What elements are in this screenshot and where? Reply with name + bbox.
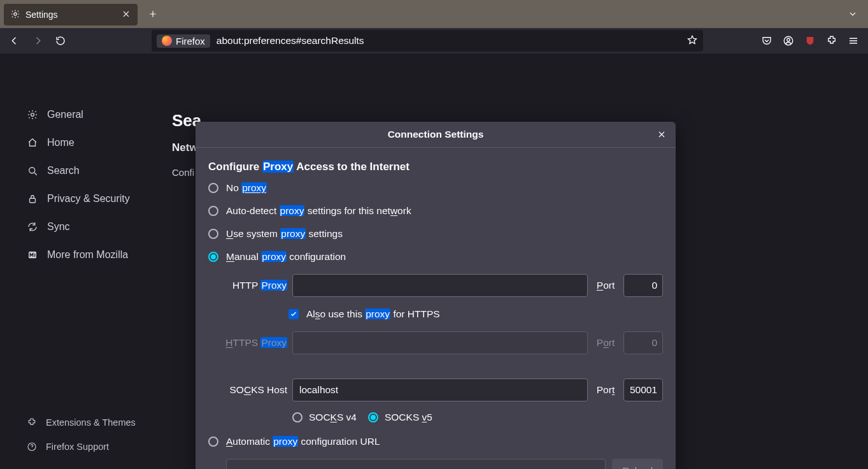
proxy-option-label: Auto-detect proxy settings for this netw…: [226, 205, 411, 217]
also-use-https-label: Also use this proxy for HTTPS: [306, 308, 440, 320]
proxy-option-label: Automatic proxy configuration URL: [226, 436, 380, 447]
radio-selected-icon: [368, 412, 378, 422]
sidebar-item-privacy[interactable]: Privacy & Security: [24, 185, 164, 213]
identity-chip[interactable]: Firefox: [157, 34, 210, 48]
tab-settings[interactable]: Settings: [4, 4, 138, 25]
svg-point-3: [31, 113, 34, 117]
forward-button[interactable]: [27, 31, 48, 51]
dialog-title: Connection Settings: [388, 129, 484, 140]
also-use-https-row[interactable]: Also use this proxy for HTTPS: [288, 308, 663, 320]
proxy-option-label: Use system proxy settings: [226, 228, 343, 240]
sidebar-item-label: Extensions & Themes: [46, 417, 136, 428]
sidebar-item-label: Home: [47, 137, 75, 148]
proxy-option-label: Manual proxy configuration: [226, 251, 346, 263]
page-section-desc: Confi: [172, 167, 194, 178]
connection-settings-dialog: Connection Settings Configure Proxy Acce…: [196, 122, 676, 469]
extensions-icon[interactable]: [821, 31, 843, 51]
radio-icon: [208, 206, 218, 216]
sidebar-item-sync[interactable]: Sync: [24, 213, 164, 241]
http-port-input[interactable]: [623, 274, 663, 297]
socks-port-label: Port: [592, 384, 620, 396]
dialog-body: Configure Proxy Access to the Internet N…: [196, 148, 676, 469]
pocket-icon[interactable]: [756, 31, 778, 51]
dialog-close-button[interactable]: [653, 126, 671, 143]
app-menu-icon[interactable]: [843, 31, 864, 51]
http-proxy-input[interactable]: [292, 274, 588, 297]
http-port-label: Port: [592, 280, 620, 291]
proxy-option-autodetect[interactable]: Auto-detect proxy settings for this netw…: [208, 205, 663, 217]
sidebar-item-home[interactable]: Home: [24, 129, 164, 157]
socks-v4-option[interactable]: SOCKS v4: [292, 412, 357, 423]
dialog-section-title: Configure Proxy Access to the Internet: [208, 161, 663, 173]
radio-icon: [208, 229, 218, 239]
all-tabs-button[interactable]: [841, 9, 864, 19]
svg-rect-5: [30, 198, 36, 203]
proxy-option-label: No proxy: [226, 182, 267, 194]
proxy-option-pac[interactable]: Automatic proxy configuration URL: [208, 436, 663, 447]
account-icon[interactable]: [778, 31, 799, 51]
sidebar-item-label: General: [47, 109, 83, 120]
nav-toolbar: Firefox about:preferences#searchResults: [0, 28, 868, 54]
sidebar-item-search[interactable]: Search: [24, 157, 164, 185]
https-port-input: [623, 331, 663, 354]
bookmark-star-icon[interactable]: [687, 34, 698, 48]
firefox-logo-icon: [162, 36, 172, 46]
http-proxy-label: HTTP Proxy: [217, 280, 288, 291]
url-bar[interactable]: Firefox about:preferences#searchResults: [152, 30, 703, 52]
preferences-page: General Home Search Privacy & Security S…: [0, 54, 868, 469]
proxy-option-none[interactable]: No proxy: [208, 182, 663, 194]
https-proxy-input: [292, 331, 588, 354]
svg-point-0: [14, 12, 17, 15]
ublock-icon[interactable]: [799, 31, 821, 51]
sidebar-item-label: Search: [47, 165, 80, 177]
sidebar-item-general[interactable]: General: [24, 101, 164, 129]
tab-strip: Settings: [0, 0, 868, 28]
identity-label: Firefox: [176, 36, 205, 47]
proxy-option-system[interactable]: Use system proxy settings: [208, 228, 663, 240]
proxy-option-manual[interactable]: Manual proxy configuration: [208, 251, 663, 263]
preferences-sidebar-footer: Extensions & Themes Firefox Support: [24, 410, 177, 459]
svg-point-4: [29, 168, 35, 173]
reload-button[interactable]: [50, 31, 71, 51]
socks-host-label: SOCKS Host: [217, 384, 288, 396]
url-text: about:preferences#searchResults: [217, 35, 364, 47]
gear-icon: [10, 9, 20, 21]
pac-url-input: [226, 459, 606, 469]
radio-selected-icon: [208, 252, 218, 262]
sidebar-item-support[interactable]: Firefox Support: [24, 435, 177, 459]
manual-proxy-form: HTTP Proxy Port Also use this proxy for …: [217, 274, 663, 423]
sidebar-item-label: Privacy & Security: [47, 193, 130, 205]
sidebar-item-extensions[interactable]: Extensions & Themes: [24, 410, 177, 435]
radio-icon: [208, 437, 218, 447]
tab-close-icon[interactable]: [121, 9, 131, 21]
dialog-title-bar: Connection Settings: [196, 122, 676, 148]
sidebar-item-label: More from Mozilla: [47, 249, 128, 261]
tab-title: Settings: [25, 10, 121, 20]
sidebar-item-more-mozilla[interactable]: More from Mozilla: [24, 241, 164, 269]
svg-point-2: [787, 38, 790, 41]
sidebar-item-label: Firefox Support: [46, 442, 109, 452]
https-proxy-label: HTTPS Proxy: [217, 337, 288, 349]
checkbox-checked-icon: [288, 309, 299, 319]
socks-host-input[interactable]: [292, 379, 588, 401]
socks-port-input[interactable]: [623, 379, 663, 401]
preferences-sidebar: General Home Search Privacy & Security S…: [24, 101, 164, 269]
radio-icon: [208, 183, 218, 193]
pac-reload-button: Reload: [612, 459, 663, 469]
new-tab-button[interactable]: [143, 4, 163, 24]
page-section-label: Netw: [172, 141, 198, 154]
radio-icon: [292, 412, 302, 422]
socks-v5-option[interactable]: SOCKS v5: [368, 412, 432, 423]
https-port-label: Port: [592, 337, 620, 349]
sidebar-item-label: Sync: [47, 221, 70, 233]
back-button[interactable]: [4, 31, 25, 51]
